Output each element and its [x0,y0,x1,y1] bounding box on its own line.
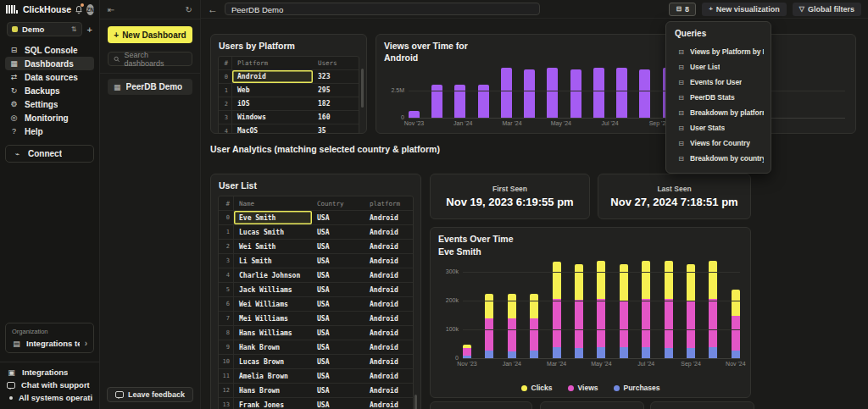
legend-item[interactable]: Purchases [614,384,660,392]
query-menu-item[interactable]: ⊟Events for User [666,75,771,90]
table-cell[interactable]: Windows [232,113,313,121]
table-row[interactable]: 6Wei WilliamsUSAAndroid [219,297,413,312]
table-row[interactable]: 3Li SmithUSAAndroid [219,254,413,268]
table-cell[interactable]: Android [364,329,413,337]
table-cell[interactable]: Android [364,387,413,395]
table-row[interactable]: 2Wei SmithUSAAndroid [219,240,413,254]
table-cell[interactable]: Jack Williams [234,286,312,294]
legend-item[interactable]: Clicks [521,384,553,392]
new-dashboard-button[interactable]: + New Dashboard [108,26,192,43]
table-row[interactable]: 0Android323 [219,70,359,84]
service-selector[interactable]: Demo ⇅ [7,22,82,36]
table-row[interactable]: 12Hans BrownUSAAndroid [219,384,413,398]
table-cell[interactable]: Android [364,344,413,351]
table-cell[interactable]: Hans Brown [234,387,312,395]
table-cell[interactable]: USA [312,257,364,265]
table-row[interactable]: 0Eve SmithUSAAndroid [219,211,413,225]
table-cell[interactable]: Lucas Brown [234,358,312,366]
table-row[interactable]: 4Charlie JohnsonUSAAndroid [219,268,413,283]
footer-link[interactable]: ▣Integrations [7,366,92,379]
table-cell[interactable]: USA [312,272,364,279]
table-cell[interactable]: Wei Williams [234,301,312,308]
new-visualization-button[interactable]: + New visualization [702,3,787,16]
notifications-bell-icon[interactable] [75,5,83,14]
organization-team-selector[interactable]: ▤ Integrations team › [12,339,87,348]
sidebar-item[interactable]: ?Help [5,124,94,138]
search-dashboards-input[interactable]: Search dashboards [108,52,192,66]
table-cell[interactable]: USA [312,286,364,294]
table-row[interactable]: 2iOS182 [219,97,359,111]
table-row[interactable]: 7Mei WilliamsUSAAndroid [219,312,413,326]
table-cell[interactable]: Android [364,401,413,409]
global-filters-button[interactable]: ▽ Global filters [793,3,861,16]
dashboard-title-input[interactable]: PeerDB Demo [225,3,540,15]
leave-feedback-button[interactable]: Leave feedback [107,387,193,402]
scrollbar[interactable] [415,395,417,409]
sidebar-item[interactable]: ⊟SQL Console [5,43,94,57]
back-button[interactable]: ← [208,4,218,14]
table-cell[interactable]: Android [364,257,413,265]
query-menu-item[interactable]: ⊟User List [666,59,771,75]
table-cell[interactable]: Android [364,229,413,236]
table-cell[interactable]: USA [312,373,364,380]
legend-item[interactable]: Views [568,384,598,392]
table-cell[interactable]: Mei Williams [234,315,312,323]
table-cell[interactable]: Android [364,373,413,380]
table-cell[interactable]: Android [364,315,413,323]
table-cell[interactable]: Android [364,301,413,308]
table-row[interactable]: 1Lucas SmithUSAAndroid [219,225,413,240]
refresh-icon[interactable]: ↻ [186,5,192,14]
query-menu-item[interactable]: ⊟PeerDB Stats [666,90,771,105]
table-cell[interactable]: Android [232,70,313,83]
table-cell[interactable]: USA [312,315,364,323]
sidebar-item[interactable]: ⚙Settings [5,97,94,111]
table-row[interactable]: 11Amelia BrownUSAAndroid [219,369,413,384]
table-cell[interactable]: Amelia Brown [234,373,312,380]
table-cell[interactable]: Hans Williams [234,329,312,337]
table-row[interactable]: 5Jack WilliamsUSAAndroid [219,283,413,297]
table-cell[interactable]: USA [312,358,364,366]
query-menu-item[interactable]: ⊟Views by Platform by Day [666,44,771,59]
table-row[interactable]: 9Hank BrownUSAAndroid [219,340,413,355]
table-cell[interactable]: Android [364,214,413,222]
table-row[interactable]: 4MacOS35 [219,124,359,134]
sidebar-item[interactable]: ↻Backups [5,84,94,97]
table-cell[interactable]: 160 [313,113,359,121]
collapse-sidebar-icon[interactable]: ⇤ [108,5,114,14]
table-cell[interactable]: MacOS [232,127,313,134]
table-cell[interactable]: USA [312,329,364,337]
query-menu-item[interactable]: ⊟Breakdown by platform [666,105,771,120]
table-cell[interactable]: Frank Jones [234,401,312,409]
table-cell[interactable]: Wei Smith [234,243,312,251]
table-cell[interactable]: Eve Smith [234,211,312,224]
user-avatar[interactable]: ZN [86,4,94,15]
table-cell[interactable]: 295 [313,86,359,94]
table-cell[interactable]: Android [364,243,413,251]
query-menu-item[interactable]: ⊟User Stats [666,120,771,135]
table-row[interactable]: 3Windows160 [219,111,359,124]
table-cell[interactable]: 323 [313,73,359,80]
table-row[interactable]: 8Hans WilliamsUSAAndroid [219,326,413,340]
sidebar-item[interactable]: ⇄Data sources [5,70,94,84]
sidebar-item[interactable]: ◎Monitoring [5,111,94,124]
table-cell[interactable]: USA [312,214,364,222]
table-cell[interactable]: 182 [313,100,359,108]
query-menu-item[interactable]: ⊟Breakdown by country [666,151,771,166]
table-cell[interactable]: USA [312,387,364,395]
table-cell[interactable]: USA [312,301,364,308]
add-service-button[interactable]: + [87,25,92,35]
table-cell[interactable]: Hank Brown [234,344,312,351]
queries-count-button[interactable]: ⊟ 8 [669,3,696,16]
dashboard-list-item[interactable]: ▦PeerDB Demo [108,79,192,95]
query-menu-item[interactable]: ⊟Views for Country [666,135,771,151]
table-row[interactable]: 1Web295 [219,84,359,97]
footer-link[interactable]: Chat with support [7,379,92,391]
table-cell[interactable]: Charlie Johnson [234,272,312,279]
table-cell[interactable]: iOS [232,100,313,108]
connect-button[interactable]: ⌁ Connect [5,145,94,163]
table-cell[interactable]: Android [364,358,413,366]
footer-link[interactable]: All systems operational [7,391,92,404]
table-cell[interactable]: Android [364,272,413,279]
sidebar-item[interactable]: ▦Dashboards [5,57,94,70]
table-cell[interactable]: USA [312,401,364,409]
